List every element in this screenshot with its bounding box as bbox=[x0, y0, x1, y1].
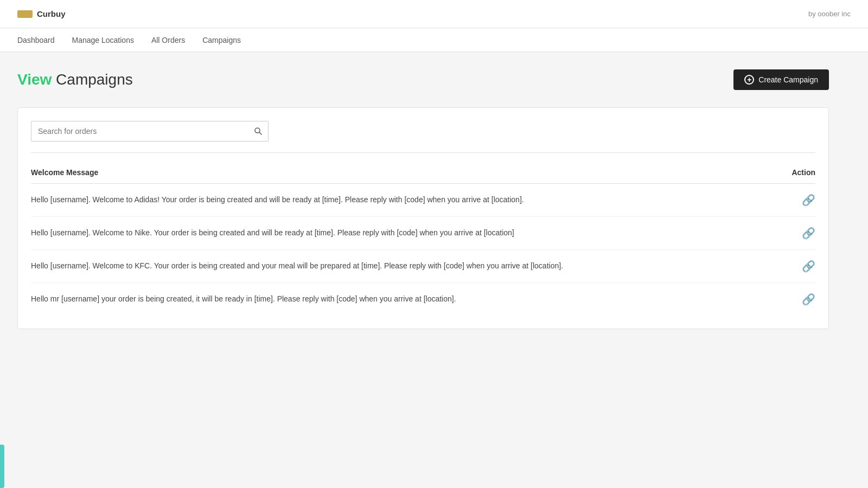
nav-item-dashboard[interactable]: Dashboard bbox=[17, 34, 55, 47]
campaigns-card: Welcome Message Action Hello [username].… bbox=[17, 107, 829, 329]
row-action-1: 🔗 bbox=[772, 194, 815, 207]
row-action-4: 🔗 bbox=[772, 293, 815, 306]
top-bar: Curbuy by ooober inc bbox=[0, 0, 868, 28]
svg-line-1 bbox=[259, 132, 261, 134]
table-row: Hello [username]. Welcome to Adidas! You… bbox=[31, 184, 815, 217]
bottom-accent-bar bbox=[0, 445, 4, 488]
row-message-3: Hello [username]. Welcome to KFC. Your o… bbox=[31, 261, 772, 272]
link-icon-1[interactable]: 🔗 bbox=[802, 194, 815, 206]
link-icon-4[interactable]: 🔗 bbox=[802, 293, 815, 305]
create-btn-label: Create Campaign bbox=[758, 75, 818, 84]
logo-area: Curbuy bbox=[17, 9, 66, 18]
table-row: Hello [username]. Welcome to KFC. Your o… bbox=[31, 250, 815, 283]
link-icon-3[interactable]: 🔗 bbox=[802, 260, 815, 272]
table-header: Welcome Message Action bbox=[31, 164, 815, 184]
row-action-3: 🔗 bbox=[772, 260, 815, 273]
col-action-header: Action bbox=[772, 168, 815, 177]
nav-item-campaigns[interactable]: Campaigns bbox=[202, 34, 241, 47]
logo-text: Curbuy bbox=[37, 9, 66, 18]
row-message-4: Hello mr [username] your order is being … bbox=[31, 294, 772, 305]
search-area bbox=[31, 121, 815, 142]
logo-icon bbox=[17, 10, 33, 18]
page-header: View Campaigns + Create Campaign bbox=[17, 69, 829, 90]
col-message-header: Welcome Message bbox=[31, 168, 98, 177]
divider bbox=[31, 152, 815, 153]
row-message-1: Hello [username]. Welcome to Adidas! You… bbox=[31, 195, 772, 206]
page-title-highlight: View bbox=[17, 71, 52, 88]
search-input[interactable] bbox=[31, 121, 248, 142]
by-text: by ooober inc bbox=[808, 10, 851, 18]
nav-item-all-orders[interactable]: All Orders bbox=[151, 34, 185, 47]
page-title-rest: Campaigns bbox=[52, 71, 132, 88]
table-row: Hello [username]. Welcome to Nike. Your … bbox=[31, 217, 815, 250]
nav-bar: Dashboard Manage Locations All Orders Ca… bbox=[0, 28, 868, 52]
page-title: View Campaigns bbox=[17, 71, 133, 88]
table-row: Hello mr [username] your order is being … bbox=[31, 283, 815, 316]
search-icon bbox=[254, 127, 263, 136]
main-content: View Campaigns + Create Campaign Welcome… bbox=[0, 52, 846, 346]
link-icon-2[interactable]: 🔗 bbox=[802, 227, 815, 239]
create-campaign-button[interactable]: + Create Campaign bbox=[733, 69, 829, 90]
search-button[interactable] bbox=[248, 121, 269, 142]
row-action-2: 🔗 bbox=[772, 227, 815, 240]
row-message-2: Hello [username]. Welcome to Nike. Your … bbox=[31, 228, 772, 239]
nav-item-manage-locations[interactable]: Manage Locations bbox=[72, 34, 134, 47]
plus-icon: + bbox=[744, 75, 754, 85]
